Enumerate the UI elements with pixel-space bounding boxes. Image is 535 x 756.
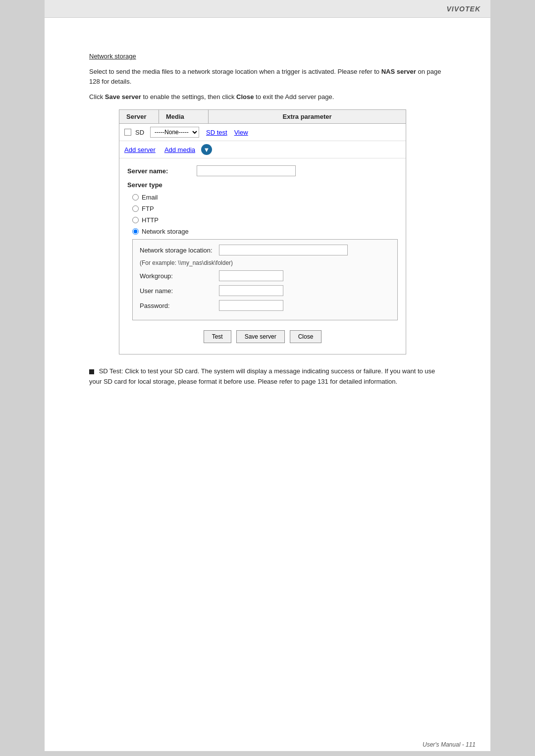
- server-form: Server name: Server type Email FTP: [119, 158, 406, 354]
- col-server: Server: [119, 110, 159, 123]
- radio-network-storage-row: Network storage: [127, 228, 398, 235]
- ns-location-input[interactable]: [219, 245, 348, 255]
- save-instruction: Click Save server to enable the settings…: [89, 93, 446, 101]
- username-label: User name:: [140, 287, 219, 295]
- workgroup-label: Workgroup:: [140, 272, 219, 280]
- action-row: Add server Add media ▼: [119, 141, 406, 158]
- sd-select[interactable]: -----None-----: [150, 127, 199, 138]
- password-input[interactable]: [219, 300, 283, 311]
- panel-header: Server Media Extra parameter: [119, 110, 406, 124]
- ns-location-row: Network storage location:: [140, 245, 390, 255]
- radio-ftp[interactable]: [132, 205, 139, 212]
- col-extra-parameter: Extra parameter: [209, 110, 406, 123]
- col-media: Media: [159, 110, 209, 123]
- username-input[interactable]: [219, 285, 283, 296]
- radio-network-storage-label: Network storage: [142, 228, 189, 235]
- server-name-row: Server name:: [127, 165, 398, 176]
- close-button[interactable]: Close: [290, 330, 322, 343]
- page-number: User's Manual - 111: [423, 741, 476, 748]
- test-button[interactable]: Test: [204, 330, 231, 343]
- ns-example: (For example: \\my_nas\disk\folder): [140, 259, 390, 266]
- server-name-label: Server name:: [127, 167, 197, 175]
- radio-email-label: Email: [142, 194, 158, 201]
- network-storage-title: Network storage: [89, 52, 136, 60]
- radio-http[interactable]: [132, 217, 139, 223]
- footer-note: SD Test: Click to test your SD card. The…: [89, 366, 446, 387]
- add-server-link[interactable]: Add server: [124, 146, 156, 153]
- add-media-button[interactable]: ▼: [201, 144, 212, 155]
- button-row: Test Save server Close: [127, 325, 398, 347]
- radio-email[interactable]: [132, 194, 139, 201]
- bullet-icon: [89, 369, 94, 374]
- sd-label: SD: [135, 129, 144, 136]
- workgroup-input[interactable]: [219, 270, 283, 281]
- save-server-button[interactable]: Save server: [236, 330, 285, 343]
- radio-ftp-label: FTP: [142, 205, 154, 212]
- radio-ftp-row: FTP: [127, 205, 398, 212]
- ns-location-label: Network storage location:: [140, 247, 219, 254]
- server-type-label: Server type: [127, 181, 398, 189]
- sd-row: SD -----None----- SD test View: [119, 124, 406, 141]
- server-name-input[interactable]: [197, 165, 296, 176]
- workgroup-row: Workgroup:: [140, 270, 390, 281]
- username-row: User name:: [140, 285, 390, 296]
- add-media-link[interactable]: Add media: [164, 146, 195, 153]
- radio-email-row: Email: [127, 194, 398, 201]
- radio-http-label: HTTP: [142, 216, 159, 224]
- network-storage-section: Network storage location: (For example: …: [132, 239, 398, 320]
- view-link[interactable]: View: [234, 129, 248, 136]
- password-label: Password:: [140, 302, 219, 309]
- server-media-panel: Server Media Extra parameter SD -----Non…: [119, 109, 406, 354]
- password-row: Password:: [140, 300, 390, 311]
- sd-test-link[interactable]: SD test: [206, 129, 227, 136]
- header-bar: VIVOTEK: [45, 0, 490, 18]
- radio-http-row: HTTP: [127, 216, 398, 224]
- brand-logo: VIVOTEK: [447, 5, 481, 13]
- intro-description: Select to send the media files to a netw…: [89, 67, 446, 86]
- sd-checkbox[interactable]: [124, 129, 131, 136]
- footer-bar: [45, 751, 490, 756]
- radio-network-storage[interactable]: [132, 228, 139, 235]
